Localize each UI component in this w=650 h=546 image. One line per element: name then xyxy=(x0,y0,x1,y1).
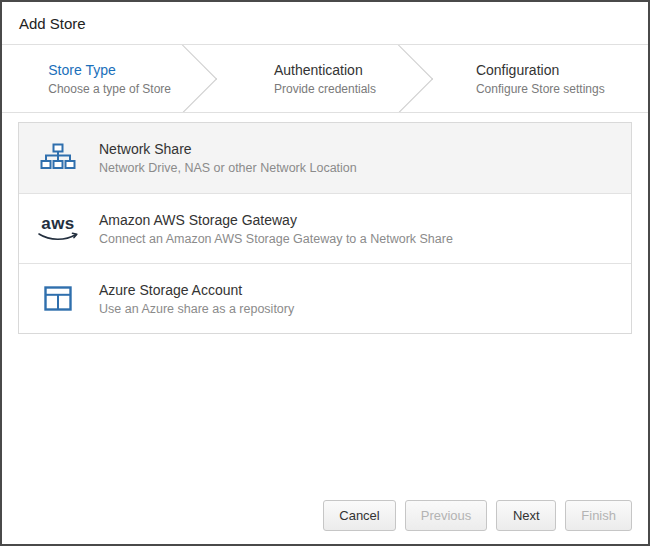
azure-storage-icon xyxy=(35,286,81,311)
step-text: Store Type Choose a type of Store xyxy=(48,62,171,96)
step-label: Authentication xyxy=(274,62,376,78)
add-store-dialog: Add Store Store Type Choose a type of St… xyxy=(0,0,650,546)
dialog-title: Add Store xyxy=(2,2,648,44)
step-sublabel: Provide credentials xyxy=(274,82,376,96)
step-text: Configuration Configure Store settings xyxy=(476,62,605,96)
option-subtitle: Network Drive, NAS or other Network Loca… xyxy=(99,161,357,175)
option-title: Amazon AWS Storage Gateway xyxy=(99,212,453,228)
step-label: Configuration xyxy=(476,62,605,78)
option-text: Amazon AWS Storage Gateway Connect an Am… xyxy=(99,212,453,246)
aws-logo-text: aws xyxy=(41,215,75,232)
network-share-icon xyxy=(35,143,81,173)
step-text: Authentication Provide credentials xyxy=(274,62,376,96)
cancel-button[interactable]: Cancel xyxy=(323,500,395,531)
aws-logo-icon: aws xyxy=(35,215,81,243)
finish-button[interactable]: Finish xyxy=(565,500,632,531)
store-option-aws-storage-gateway[interactable]: aws Amazon AWS Storage Gateway Connect a… xyxy=(19,193,631,263)
wizard-steps: Store Type Choose a type of Store Authen… xyxy=(2,44,648,113)
dialog-footer: Cancel Previous Next Finish xyxy=(2,500,648,544)
option-text: Network Share Network Drive, NAS or othe… xyxy=(99,141,357,175)
option-subtitle: Connect an Amazon AWS Storage Gateway to… xyxy=(99,232,453,246)
store-option-network-share[interactable]: Network Share Network Drive, NAS or othe… xyxy=(19,123,631,193)
previous-button[interactable]: Previous xyxy=(405,500,488,531)
option-title: Network Share xyxy=(99,141,357,157)
step-sublabel: Choose a type of Store xyxy=(48,82,171,96)
option-text: Azure Storage Account Use an Azure share… xyxy=(99,282,294,316)
step-label: Store Type xyxy=(48,62,171,78)
step-sublabel: Configure Store settings xyxy=(476,82,605,96)
step-store-type[interactable]: Store Type Choose a type of Store xyxy=(2,45,217,112)
option-title: Azure Storage Account xyxy=(99,282,294,298)
next-button[interactable]: Next xyxy=(496,500,556,531)
store-type-content: Network Share Network Drive, NAS or othe… xyxy=(2,113,648,500)
step-configuration[interactable]: Configuration Configure Store settings xyxy=(433,45,648,112)
store-option-azure-storage-account[interactable]: Azure Storage Account Use an Azure share… xyxy=(19,263,631,333)
step-authentication[interactable]: Authentication Provide credentials xyxy=(217,45,432,112)
store-option-list: Network Share Network Drive, NAS or othe… xyxy=(18,122,632,334)
option-subtitle: Use an Azure share as a repository xyxy=(99,302,294,316)
